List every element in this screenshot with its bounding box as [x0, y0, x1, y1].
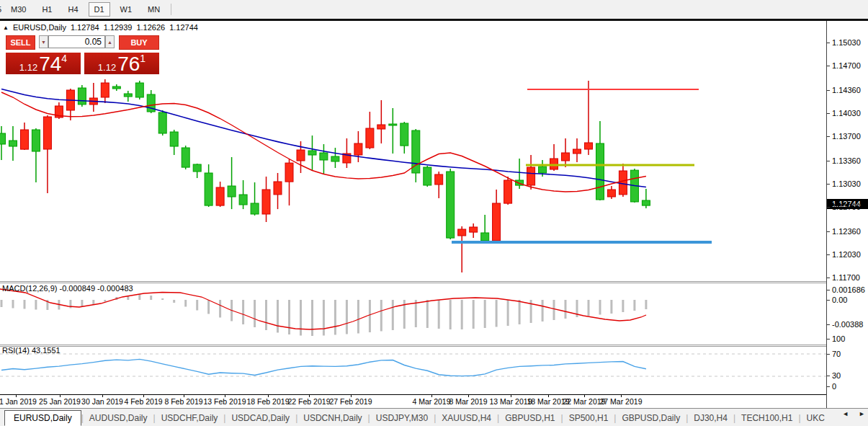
date-axis-label: 13 Mar 2019 — [490, 397, 532, 406]
date-axis-label: 22 Feb 2019 — [288, 397, 331, 406]
price-tick — [827, 278, 830, 278]
tab-ukc[interactable]: UKC — [801, 411, 831, 425]
bid-price-button[interactable]: 1.12744 — [6, 53, 81, 74]
ask-point: 1 — [140, 49, 146, 68]
candle — [585, 81, 593, 155]
tab-sp500-h1[interactable]: SP500,H1 — [563, 411, 614, 425]
volume-increase-icon[interactable]: ▲ — [105, 35, 115, 48]
candle — [216, 182, 224, 207]
open-value: 1.12784 — [71, 23, 99, 32]
timeframe-button-m30[interactable]: M30 — [5, 2, 32, 17]
price-axis-label: 1.11700 — [832, 273, 860, 282]
date-axis-label: 25 Jan 2019 — [39, 397, 81, 406]
candle — [124, 91, 132, 102]
macd-axis-label: 0.00 — [832, 296, 847, 304]
candle — [607, 186, 615, 199]
candle — [101, 79, 109, 103]
tab-xauusd-h4[interactable]: XAUUSD,H4 — [436, 411, 497, 425]
timeframe-button-h1[interactable]: H1 — [36, 2, 58, 17]
symbol-period-label: EURUSD,Daily — [13, 23, 66, 32]
price-tick — [827, 231, 830, 232]
pane-divider[interactable] — [0, 346, 868, 347]
candle — [527, 155, 535, 190]
ask-price-button[interactable]: 1.12761 — [84, 53, 159, 74]
price-tick — [827, 254, 830, 255]
candle — [239, 180, 247, 209]
tab-usdcad-daily[interactable]: USDCAD,Daily — [225, 411, 295, 425]
bid-figure: 1.12 — [19, 61, 37, 74]
candle — [21, 123, 29, 150]
macd-axis-label: 0.001686 — [832, 285, 865, 294]
candle — [205, 164, 212, 207]
price-axis-label: 1.12360 — [832, 227, 861, 236]
tab-dj30-h4[interactable]: DJ30,H4 — [688, 411, 733, 425]
candle — [458, 226, 466, 272]
candle — [43, 115, 51, 193]
candle — [504, 177, 512, 205]
close-value: 1.12744 — [169, 23, 198, 32]
pane-divider[interactable] — [0, 283, 868, 283]
price-axis[interactable]: 1.12744 1.150301.147001.143601.140301.13… — [827, 21, 868, 408]
date-axis-label: 18 Feb 2019 — [247, 397, 290, 406]
candle — [447, 169, 455, 239]
timeframe-button-d1[interactable]: D1 — [89, 2, 110, 17]
timeframe-partial[interactable]: 5 — [0, 5, 3, 14]
date-axis-label: 27 Feb 2019 — [330, 397, 372, 406]
candle — [550, 144, 558, 171]
candle — [435, 172, 443, 198]
rsi-pane[interactable] — [0, 345, 826, 394]
candle — [170, 130, 178, 155]
candle — [308, 136, 316, 171]
volume-input[interactable]: 0.05 — [48, 35, 105, 48]
macd-tick — [827, 290, 830, 290]
tab-audusd-daily[interactable]: AUDUSD,Daily — [84, 411, 153, 425]
tab-scroll-left-icon[interactable]: ◄ — [842, 410, 849, 417]
candle — [274, 173, 282, 209]
buy-button[interactable]: BUY — [119, 35, 159, 50]
ask-pips: 76 — [117, 55, 140, 74]
candle — [481, 215, 489, 242]
price-axis-label: 1.13030 — [832, 179, 861, 188]
price-axis-label: 1.14700 — [832, 61, 861, 70]
collapse-icon[interactable]: ▲ — [3, 25, 9, 31]
candle — [642, 189, 650, 208]
tab-gbpusd-h1[interactable]: GBPUSD,H1 — [499, 411, 560, 425]
price-tick — [827, 113, 830, 114]
candle — [112, 84, 120, 91]
ohlc-readout: ▲ EURUSD,Daily 1.12784 1.12939 1.12626 1… — [3, 23, 198, 32]
candle — [228, 157, 236, 209]
candle — [562, 138, 570, 167]
tab-tech100-h1[interactable]: TECH100,H1 — [735, 411, 798, 425]
one-click-trade-panel: SELL ▼ 0.05 ▲ BUY 1.12744 1.12761 — [6, 35, 159, 74]
rsi-tick — [827, 386, 830, 387]
timeframe-button-mn[interactable]: MN — [142, 2, 166, 17]
pane-divider[interactable] — [0, 281, 868, 282]
date-axis-label: 4 Mar 2019 — [412, 397, 450, 406]
date-axis-label: 21 Jan 2019 — [0, 397, 37, 406]
tab-eurusd-daily[interactable]: EURUSD,Daily — [4, 410, 81, 426]
low-value: 1.12626 — [136, 23, 165, 32]
candle — [78, 85, 86, 107]
sell-button[interactable]: SELL — [6, 35, 35, 50]
tab-scroll-right-icon[interactable]: ► — [859, 410, 865, 417]
timeframe-button-h4[interactable]: H4 — [62, 2, 84, 17]
date-axis-label: 27 Mar 2019 — [600, 397, 643, 406]
candle — [596, 121, 604, 200]
candle — [424, 166, 431, 187]
tab-usdjpy-m30[interactable]: USDJPY,M30 — [370, 411, 434, 425]
date-axis-label: 8 Feb 2019 — [164, 397, 202, 406]
price-tick — [827, 207, 830, 208]
tab-gbpusd-daily[interactable]: GBPUSD,Daily — [616, 411, 686, 425]
date-axis-label: 13 Feb 2019 — [204, 397, 246, 406]
candle — [66, 89, 74, 120]
macd-tick — [827, 324, 830, 325]
date-axis-label: 8 Mar 2019 — [449, 397, 487, 406]
rsi-axis-label: 0 — [832, 382, 836, 391]
pane-divider[interactable] — [0, 345, 868, 345]
chart-tab-bar: EURUSD,Daily |AUDUSD,Daily|USDCHF,Daily|… — [0, 408, 868, 426]
candle — [343, 138, 351, 168]
timeframe-button-w1[interactable]: W1 — [115, 2, 138, 17]
tab-usdchf-daily[interactable]: USDCHF,Daily — [156, 411, 224, 425]
tab-usdcnh-daily[interactable]: USDCNH,Daily — [297, 411, 367, 425]
volume-decrease-icon[interactable]: ▼ — [39, 35, 48, 48]
